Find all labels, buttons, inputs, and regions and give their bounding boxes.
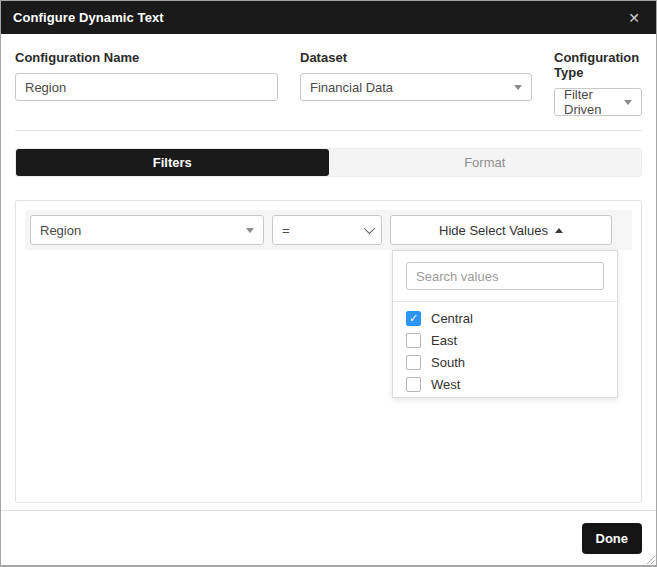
tab-filters-label: Filters: [153, 155, 192, 170]
value-option-row[interactable]: East: [406, 333, 604, 348]
fields-divider: [15, 130, 642, 131]
filter-field-select[interactable]: Region: [30, 215, 264, 245]
select-values-popover: ✓CentralEastSouthWest: [392, 250, 618, 398]
dataset-selected-value: Financial Data: [310, 80, 393, 95]
search-values-input[interactable]: [406, 262, 604, 290]
configuration-name-input[interactable]: [25, 80, 268, 95]
checkbox-checked-icon[interactable]: ✓: [406, 311, 421, 326]
chevron-down-icon: [364, 223, 375, 234]
dialog-footer: Done: [1, 510, 656, 565]
caret-up-icon: [555, 228, 563, 233]
close-icon[interactable]: ✕: [624, 9, 644, 27]
dataset-select[interactable]: Financial Data: [300, 73, 532, 101]
configuration-type-field: Configuration Type Filter Driven: [554, 47, 642, 116]
configuration-name-input-box: [15, 73, 278, 101]
value-option-row[interactable]: ✓Central: [406, 311, 604, 326]
value-option-label: West: [431, 377, 460, 392]
checkbox-unchecked-icon[interactable]: [406, 333, 421, 348]
value-option-row[interactable]: South: [406, 355, 604, 370]
tab-format-label: Format: [464, 155, 505, 170]
value-option-label: East: [431, 333, 457, 348]
value-option-row[interactable]: West: [406, 377, 604, 392]
caret-down-icon: [624, 100, 632, 105]
done-button[interactable]: Done: [582, 523, 643, 554]
values-checkbox-list: ✓CentralEastSouthWest: [406, 311, 604, 392]
dialog-title: Configure Dynamic Text: [13, 10, 164, 25]
dataset-label: Dataset: [300, 50, 532, 65]
configuration-name-field: Configuration Name: [15, 47, 278, 116]
value-option-label: Central: [431, 311, 473, 326]
filter-operator-selected-value: =: [282, 223, 290, 238]
hide-select-values-button[interactable]: Hide Select Values: [390, 215, 612, 245]
configuration-name-label: Configuration Name: [15, 50, 278, 65]
caret-down-icon: [514, 85, 522, 90]
filters-panel: Region = Hide Select Values ✓Cent: [15, 200, 642, 503]
checkbox-unchecked-icon[interactable]: [406, 355, 421, 370]
hide-select-values-label: Hide Select Values: [439, 223, 548, 238]
configuration-type-label: Configuration Type: [554, 50, 642, 80]
dialog-body: Configuration Name Dataset Financial Dat…: [1, 34, 656, 510]
configuration-type-selected-value: Filter Driven: [564, 87, 618, 117]
resize-handle-icon[interactable]: [646, 555, 655, 564]
top-fields-row: Configuration Name Dataset Financial Dat…: [15, 47, 642, 116]
dataset-field: Dataset Financial Data: [300, 47, 532, 116]
configuration-type-select[interactable]: Filter Driven: [554, 88, 642, 116]
filter-row: Region = Hide Select Values ✓Cent: [25, 210, 632, 250]
filter-operator-select[interactable]: =: [272, 215, 382, 245]
popover-divider: [393, 301, 617, 302]
checkbox-unchecked-icon[interactable]: [406, 377, 421, 392]
configure-dynamic-text-dialog: Configure Dynamic Text ✕ Configuration N…: [0, 0, 657, 567]
dialog-header: Configure Dynamic Text ✕: [1, 1, 656, 34]
tab-bar: Filters Format: [15, 148, 642, 177]
tab-filters[interactable]: Filters: [16, 149, 329, 176]
value-option-label: South: [431, 355, 465, 370]
tab-format[interactable]: Format: [329, 149, 642, 176]
select-values-container: Hide Select Values ✓CentralEastSouthWest: [390, 215, 612, 245]
caret-down-icon: [246, 228, 254, 233]
filter-field-selected-value: Region: [40, 223, 81, 238]
